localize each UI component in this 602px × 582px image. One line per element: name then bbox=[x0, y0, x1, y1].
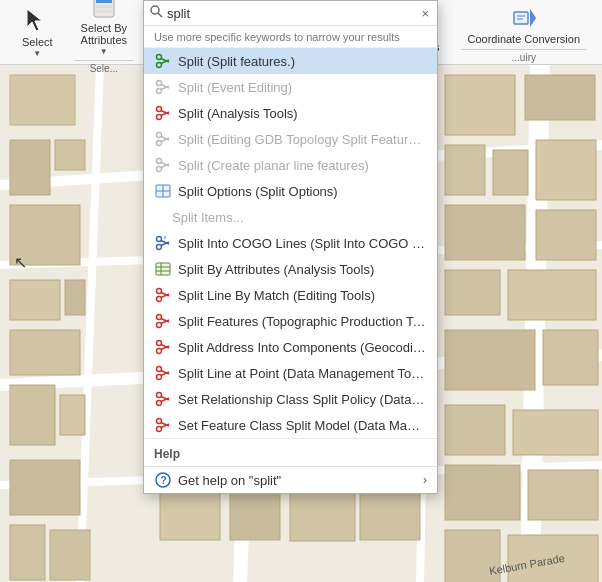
svg-rect-13 bbox=[10, 280, 60, 320]
list-item: Split (Editing GDB Topology Split Featur… bbox=[144, 126, 437, 152]
result-text: Split By Attributes (Analysis Tools) bbox=[178, 262, 374, 277]
svg-line-70 bbox=[158, 13, 162, 17]
svg-point-103 bbox=[157, 289, 162, 294]
svg-point-104 bbox=[157, 297, 162, 302]
svg-point-112 bbox=[157, 349, 162, 354]
result-text: Split (Create planar line features) bbox=[178, 158, 369, 173]
list-item: Split Items... bbox=[144, 204, 437, 230]
result-text: Split (Editing GDB Topology Split Featur… bbox=[178, 132, 427, 147]
scissors-red5-icon bbox=[154, 364, 172, 382]
svg-point-76 bbox=[157, 89, 162, 94]
select-icon bbox=[22, 6, 52, 36]
svg-rect-35 bbox=[528, 470, 598, 520]
scissors-gray3-icon bbox=[154, 156, 172, 174]
svg-point-72 bbox=[157, 63, 162, 68]
svg-rect-23 bbox=[445, 145, 485, 195]
select-by-attributes-label: Select ByAttributes bbox=[81, 22, 127, 46]
svg-point-111 bbox=[157, 341, 162, 346]
search-input[interactable] bbox=[167, 6, 419, 21]
svg-point-88 bbox=[157, 167, 162, 172]
help-item[interactable]: ? Get help on "split" › bbox=[144, 466, 437, 493]
list-item: Split (Create planar line features) bbox=[144, 152, 437, 178]
list-item[interactable]: Split Into COGO Lines (Split Into COGO L… bbox=[144, 230, 437, 256]
svg-marker-59 bbox=[27, 9, 42, 31]
svg-rect-15 bbox=[10, 330, 80, 375]
svg-point-108 bbox=[157, 323, 162, 328]
help-section-label: Help bbox=[154, 447, 180, 461]
svg-point-123 bbox=[157, 419, 162, 424]
search-hint: Use more specific keywords to narrow you… bbox=[144, 26, 437, 48]
list-item[interactable]: Split Options (Split Options) bbox=[144, 178, 437, 204]
select-dropdown-arrow: ▼ bbox=[33, 49, 41, 58]
list-item: Split (Event Editing) bbox=[144, 74, 437, 100]
list-item[interactable]: Set Feature Class Split Model (Data Mana… bbox=[144, 412, 437, 438]
svg-rect-29 bbox=[508, 270, 596, 320]
svg-rect-17 bbox=[60, 395, 85, 435]
list-item[interactable]: Split Line at Point (Data Management Too… bbox=[144, 360, 437, 386]
search-bar: × bbox=[144, 1, 437, 26]
result-text: Set Relationship Class Split Policy (Dat… bbox=[178, 392, 427, 407]
svg-rect-11 bbox=[55, 140, 85, 170]
scissors-red6-icon bbox=[154, 390, 172, 408]
select-by-attributes-button[interactable]: Select ByAttributes ▼ bbox=[75, 0, 133, 58]
list-item[interactable]: Split Line By Match (Editing Tools) bbox=[144, 282, 437, 308]
result-text: Split Address Into Components (Geocodin.… bbox=[178, 340, 427, 355]
svg-rect-62 bbox=[96, 5, 112, 8]
svg-rect-19 bbox=[10, 525, 45, 580]
scissors-gray-icon bbox=[154, 78, 172, 96]
coordinate-conversion-button[interactable]: Coordinate Conversion bbox=[461, 1, 586, 47]
result-text: Split (Analysis Tools) bbox=[178, 106, 298, 121]
svg-point-124 bbox=[157, 427, 162, 432]
select-by-attributes-icon bbox=[89, 0, 119, 22]
svg-point-115 bbox=[157, 367, 162, 372]
svg-rect-21 bbox=[445, 75, 515, 135]
svg-rect-25 bbox=[536, 140, 596, 200]
svg-rect-28 bbox=[445, 270, 500, 315]
svg-rect-32 bbox=[445, 405, 505, 455]
scissors-red-icon bbox=[154, 104, 172, 122]
svg-rect-16 bbox=[10, 385, 55, 445]
list-item[interactable]: Split Features (Topographic Production T… bbox=[144, 308, 437, 334]
svg-rect-14 bbox=[65, 280, 85, 315]
scissors-green-icon bbox=[154, 52, 172, 70]
select-button[interactable]: Select ▼ bbox=[16, 4, 59, 60]
help-arrow-icon: › bbox=[423, 473, 427, 487]
inquiry-section-label: ...uiry bbox=[461, 49, 586, 63]
svg-point-116 bbox=[157, 375, 162, 380]
svg-rect-61 bbox=[96, 0, 112, 3]
result-text: Split (Event Editing) bbox=[178, 80, 292, 95]
coordinate-conversion-icon bbox=[509, 3, 539, 33]
svg-point-75 bbox=[157, 81, 162, 86]
svg-rect-33 bbox=[513, 410, 598, 455]
svg-point-79 bbox=[157, 107, 162, 112]
list-item[interactable]: Split (Split features.) bbox=[144, 48, 437, 74]
table-icon bbox=[154, 260, 172, 278]
svg-point-87 bbox=[157, 159, 162, 164]
help-text: Get help on "split" bbox=[178, 473, 281, 488]
help-section-header: Help bbox=[144, 438, 437, 464]
svg-text:?: ? bbox=[161, 475, 167, 486]
select-by-attr-dropdown-arrow: ▼ bbox=[100, 47, 108, 56]
svg-point-94 bbox=[157, 237, 162, 242]
svg-point-107 bbox=[157, 315, 162, 320]
svg-rect-18 bbox=[10, 460, 80, 515]
scissors-red4-icon bbox=[154, 338, 172, 356]
svg-point-95 bbox=[157, 245, 162, 250]
list-item[interactable]: Set Relationship Class Split Policy (Dat… bbox=[144, 386, 437, 412]
svg-rect-9 bbox=[10, 75, 75, 125]
app-container: Kelburn Parade ↖ Select ▼ bbox=[0, 0, 602, 582]
toolbar-group-select: Select ▼ bbox=[8, 0, 67, 64]
list-item[interactable]: Split By Attributes (Analysis Tools) bbox=[144, 256, 437, 282]
result-text: Split Items... bbox=[172, 210, 244, 225]
result-text: Split (Split features.) bbox=[178, 54, 295, 69]
svg-rect-55 bbox=[230, 490, 280, 540]
search-clear-button[interactable]: × bbox=[419, 6, 431, 21]
svg-rect-10 bbox=[10, 140, 50, 195]
list-item[interactable]: Split Address Into Components (Geocodin.… bbox=[144, 334, 437, 360]
svg-rect-20 bbox=[50, 530, 90, 580]
toolbar-group-select-by-attributes: Select ByAttributes ▼ Sele... bbox=[67, 0, 141, 78]
search-dropdown: × Use more specific keywords to narrow y… bbox=[143, 0, 438, 494]
list-item[interactable]: Split (Analysis Tools) bbox=[144, 100, 437, 126]
svg-rect-99 bbox=[156, 263, 170, 275]
svg-point-119 bbox=[157, 393, 162, 398]
